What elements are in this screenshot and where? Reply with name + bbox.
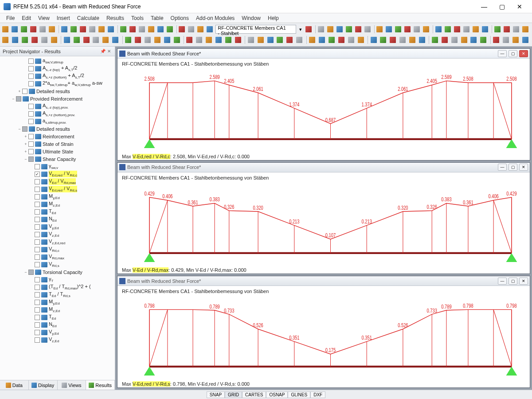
status-cartes[interactable]: CARTES (242, 391, 266, 398)
toolbar-combo[interactable]: RF-CONCRETE Members CA1 - Stahlbet (215, 25, 296, 34)
toolbar-button[interactable] (347, 35, 356, 44)
tree-checkbox[interactable] (28, 156, 34, 162)
toolbar-button[interactable] (318, 35, 327, 44)
tree-checkbox[interactable] (28, 119, 34, 124)
toolbar-button[interactable] (336, 25, 344, 34)
tree-checkbox[interactable] (35, 194, 40, 200)
toolbar-button[interactable] (50, 35, 59, 44)
menu-tools[interactable]: Tools (128, 14, 147, 22)
toolbar-button[interactable] (12, 35, 20, 44)
tree-item[interactable]: +State of Strain (0, 140, 115, 148)
toolbar-button[interactable] (389, 35, 398, 44)
toolbar-button[interactable] (247, 35, 256, 44)
tree-checkbox[interactable] (35, 292, 40, 297)
toolbar-button[interactable] (355, 25, 363, 34)
tree-toggle-icon[interactable]: − (23, 157, 28, 161)
toolbar-button[interactable] (41, 35, 50, 44)
tree-item[interactable]: Vz,Ed (0, 336, 115, 344)
status-snap[interactable]: SNAP (207, 391, 225, 398)
view-close-button[interactable]: ✕ (519, 50, 528, 57)
toolbar-button[interactable] (364, 25, 372, 34)
tree-toggle-icon[interactable]: + (23, 149, 28, 154)
tree-checkbox[interactable] (35, 179, 40, 184)
tree-checkbox[interactable] (28, 149, 34, 154)
tree-item[interactable]: As,+z (bottom) + As,T/2 (0, 72, 115, 80)
toolbar-button[interactable] (225, 35, 234, 44)
toolbar-button[interactable] (522, 25, 530, 34)
tree-item[interactable]: Mz,Ed (0, 306, 115, 313)
toolbar-button[interactable] (450, 35, 459, 44)
toolbar-button[interactable] (454, 25, 462, 34)
toolbar-button[interactable] (345, 25, 354, 34)
toolbar-button[interactable] (138, 25, 147, 34)
view-close-button[interactable]: ✕ (519, 164, 528, 171)
toolbar-button[interactable] (512, 25, 521, 34)
tree-checkbox[interactable] (35, 300, 40, 305)
tree-item[interactable]: +Ultimate State (0, 148, 115, 155)
tree-checkbox[interactable] (28, 66, 34, 71)
tree-item[interactable]: NEd (0, 321, 115, 329)
tree-checkbox[interactable] (35, 315, 40, 320)
toolbar-button[interactable] (2, 35, 11, 44)
tree-checkbox[interactable] (35, 285, 40, 290)
tree-item[interactable]: VRd,s (0, 261, 115, 268)
tree-item[interactable]: As,-z (top) + As,T/2 (0, 65, 115, 72)
tree-item[interactable]: TEd / TRd,s (0, 291, 115, 298)
tree-item[interactable]: NEd (0, 215, 115, 223)
toolbar-button[interactable] (163, 35, 172, 44)
tree-checkbox[interactable] (35, 307, 40, 313)
tree-item[interactable]: Vz,Ed (0, 231, 115, 238)
tree-item[interactable]: TEd (0, 208, 115, 215)
result-diagram[interactable]: 2.5082.5892.4052.0611.3740.6871.3742.061… (122, 69, 525, 152)
toolbar-button[interactable] (305, 25, 313, 34)
tree-checkbox[interactable] (35, 202, 40, 207)
tree-item[interactable]: VRd,c (0, 246, 115, 253)
tree-checkbox[interactable] (28, 111, 34, 117)
toolbar-button[interactable] (129, 25, 137, 34)
tree-item[interactable]: As,+z (bottom),prov. (0, 110, 115, 117)
menu-results[interactable]: Results (103, 14, 128, 22)
toolbar-button[interactable] (376, 25, 384, 34)
toolbar-button[interactable] (480, 35, 489, 44)
tree-checkbox[interactable] (35, 164, 40, 169)
toolbar-button[interactable] (472, 25, 481, 34)
result-diagram[interactable]: 0.7980.7890.7330.5260.3510.1750.3510.526… (122, 297, 525, 379)
nav-tab-display[interactable]: Display (29, 380, 58, 390)
tree-checkbox[interactable] (28, 74, 34, 79)
toolbar-button[interactable] (120, 25, 128, 34)
toolbar-button[interactable] (409, 35, 418, 44)
toolbar-button[interactable] (502, 35, 511, 44)
toolbar-button[interactable] (70, 25, 78, 34)
tree-checkbox[interactable] (35, 322, 40, 328)
toolbar-button[interactable] (413, 25, 422, 34)
toolbar-button[interactable] (296, 35, 305, 44)
menu-add-on-modules[interactable]: Add-on Modules (192, 14, 238, 22)
tree-item[interactable]: Vy,Ed (0, 329, 115, 336)
toolbar-button[interactable] (205, 35, 214, 44)
toolbar-button[interactable] (460, 35, 469, 44)
status-grid[interactable]: GRID (225, 391, 242, 398)
toolbar-button[interactable] (125, 35, 133, 44)
view-maximize-button[interactable]: ▢ (509, 50, 517, 57)
tree-checkbox[interactable] (35, 209, 40, 215)
tree-item[interactable]: as,stirrup,prov. (0, 117, 115, 125)
status-dxf[interactable]: DXF (310, 391, 325, 398)
view-minimize-button[interactable]: — (498, 164, 507, 171)
tree-item[interactable]: −Provided Reinforcement (0, 95, 115, 102)
view-title-bar[interactable]: Beam with Reduced Shear Force*—▢✕ (117, 163, 530, 172)
toolbar-button[interactable] (102, 35, 111, 44)
toolbar-button[interactable] (89, 25, 97, 34)
maximize-button[interactable]: ▢ (493, 0, 511, 13)
toolbar-button[interactable] (317, 25, 326, 34)
toolbar-button[interactable] (173, 35, 182, 44)
close-button[interactable]: ✕ (511, 0, 528, 13)
tree-item[interactable]: VEd,red / VRd,s (0, 185, 115, 193)
minimize-button[interactable]: — (475, 0, 493, 13)
tree-checkbox[interactable] (35, 239, 40, 245)
toolbar-button[interactable] (328, 35, 337, 44)
tree-item[interactable]: As,-z (top),prov. (0, 102, 115, 110)
toolbar-button[interactable] (481, 25, 490, 34)
tree-item[interactable]: My,Ed (0, 298, 115, 306)
navigator-tree[interactable]: asw,V,stirrupAs,-z (top) + As,T/2As,+z (… (0, 56, 115, 380)
toolbar-button[interactable] (73, 35, 82, 44)
